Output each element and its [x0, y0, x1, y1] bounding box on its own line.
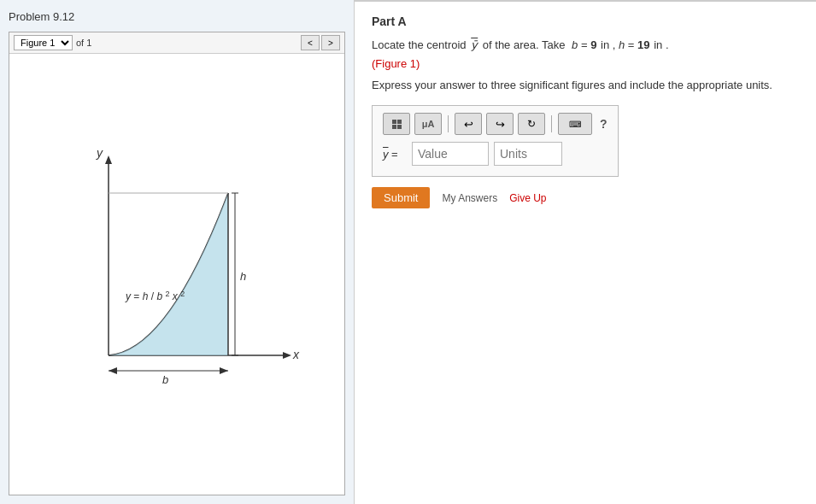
mu-label: μA: [422, 119, 435, 129]
problem-title: Problem 9.12: [9, 10, 345, 23]
redo-icon: ↪: [496, 118, 505, 131]
toolbar-row: μA ↩ ↪ ↻ ⌨ ?: [383, 113, 608, 135]
figure-content: y x h: [9, 54, 344, 495]
figure-box: Figure 1 of 1 < >: [9, 32, 345, 495]
instruction-2: of the area. Take: [483, 38, 566, 51]
svg-marker-13: [109, 367, 117, 374]
answer-container: μA ↩ ↪ ↻ ⌨ ?: [372, 105, 619, 177]
equals-1: =: [581, 38, 590, 51]
express-text: Express your answer to three significant…: [372, 77, 799, 94]
instruction-text: Locate the centroid: [372, 38, 467, 51]
part-label: Part A: [372, 15, 799, 28]
period: .: [666, 38, 669, 51]
diagram-svg: y x h: [40, 142, 314, 407]
svg-text:y: y: [96, 146, 103, 160]
submit-row: Submit My Answers Give Up: [372, 187, 799, 208]
h-unit: in: [654, 38, 662, 51]
toolbar-separator-1: [448, 115, 449, 132]
svg-text:b: b: [162, 373, 168, 386]
b-value: 9: [590, 38, 596, 51]
figure-prev-button[interactable]: <: [301, 35, 320, 50]
figure-link[interactable]: (Figure 1): [372, 57, 799, 70]
figure-select[interactable]: Figure 1: [14, 35, 73, 50]
matrix-icon: [392, 120, 402, 129]
redo-button[interactable]: ↪: [486, 113, 514, 135]
keyboard-button[interactable]: ⌨: [558, 113, 592, 135]
svg-marker-3: [283, 352, 291, 359]
submit-button[interactable]: Submit: [372, 187, 430, 208]
svg-marker-2: [105, 155, 112, 164]
h-label: h: [619, 38, 625, 51]
comma: ,: [613, 38, 619, 51]
svg-text:x: x: [292, 348, 300, 361]
b-label: b: [572, 38, 578, 51]
matrix-button[interactable]: [383, 113, 410, 135]
h-value: 19: [637, 38, 649, 51]
refresh-button[interactable]: ↻: [518, 113, 545, 135]
input-row: y =: [383, 142, 608, 166]
centroid-var: ȳ: [471, 38, 478, 51]
y-bar-label: y =: [383, 148, 407, 161]
equals-2: =: [628, 38, 637, 51]
mu-button[interactable]: μA: [414, 113, 442, 135]
svg-marker-14: [220, 367, 228, 374]
give-up-link[interactable]: Give Up: [509, 192, 546, 204]
figure-header: Figure 1 of 1 < >: [9, 32, 344, 54]
units-input[interactable]: [494, 142, 562, 166]
toolbar-separator-2: [551, 115, 552, 132]
undo-button[interactable]: ↩: [455, 113, 482, 135]
refresh-icon: ↻: [527, 118, 536, 130]
left-panel: Problem 9.12 Figure 1 of 1 < >: [0, 0, 355, 504]
svg-text:y
             = 
            : y = h / b 2 x 2: [125, 287, 185, 302]
figure-of-label: of 1: [76, 38, 91, 48]
my-answers-link[interactable]: My Answers: [442, 192, 497, 204]
problem-instruction: Locate the centroid ȳ of the area. Take …: [372, 37, 799, 54]
keyboard-icon: ⌨: [569, 120, 581, 129]
b-unit: in: [601, 38, 609, 51]
help-button[interactable]: ?: [600, 117, 608, 131]
svg-text:h: h: [240, 270, 246, 283]
figure-next-button[interactable]: >: [321, 35, 340, 50]
undo-icon: ↩: [464, 118, 473, 131]
value-input[interactable]: [412, 142, 489, 166]
right-panel: Part A Locate the centroid ȳ of the area…: [355, 0, 816, 504]
